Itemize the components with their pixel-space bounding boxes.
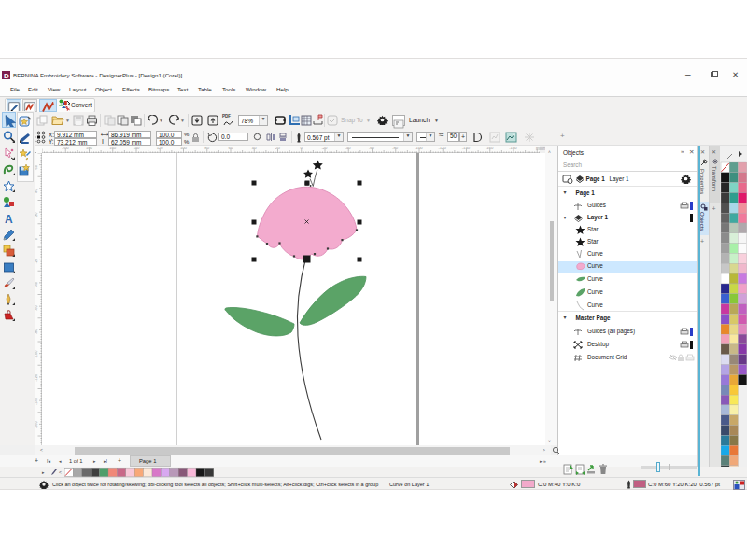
svg-text:60: 60 xyxy=(35,164,38,169)
svg-text:-60: -60 xyxy=(35,304,38,311)
svg-text:-120: -120 xyxy=(35,373,38,382)
svg-text:-80: -80 xyxy=(35,329,38,335)
svg-text:0: 0 xyxy=(35,237,38,240)
svg-text:-140: -140 xyxy=(35,397,38,405)
svg-text:A: A xyxy=(5,213,13,225)
svg-text:-100: -100 xyxy=(35,350,38,358)
svg-text:-20: -20 xyxy=(35,258,38,264)
svg-text:-160: -160 xyxy=(35,420,38,428)
svg-text:-40: -40 xyxy=(35,281,38,287)
svg-text:20: 20 xyxy=(35,212,38,217)
svg-text:40: 40 xyxy=(35,189,38,193)
